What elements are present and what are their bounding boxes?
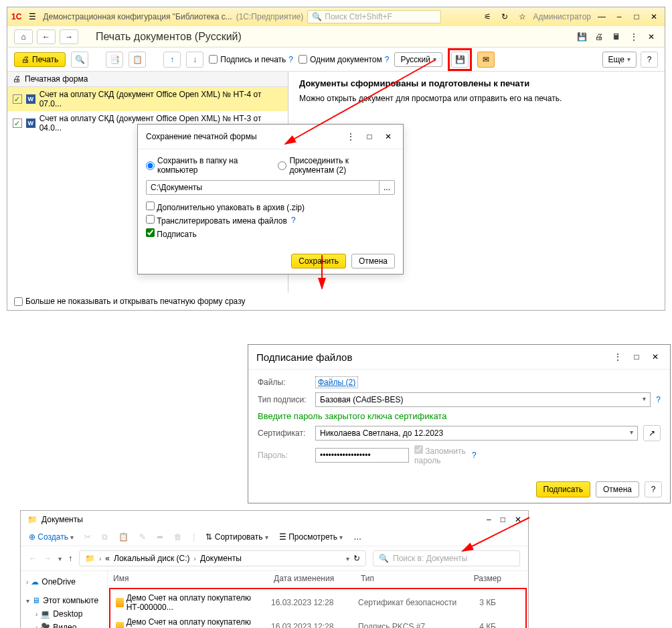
help-button[interactable]: ? [645,481,662,497]
save-dialog: Сохранение печатной формы ⋮ □ ✕ Сохранит… [137,124,404,274]
maximize-icon[interactable]: □ [630,10,643,23]
check-icon[interactable]: ✓ [13,94,22,104]
preview-button[interactable]: 🔍 [71,52,88,68]
language-dropdown[interactable]: Русский ▾ [394,52,442,67]
copy-button[interactable]: 📋 [129,52,146,68]
up-button[interactable]: ↑ [163,52,181,68]
nav-recent-icon[interactable]: ▾ [58,555,62,562]
translit-checkbox[interactable]: Транслитерировать имена файлов [146,215,287,226]
minimize-icon[interactable]: – [612,10,626,23]
password-input[interactable] [315,448,409,463]
nav-up-icon[interactable]: ↑ [68,554,72,563]
save-highlight-callout: 💾 [448,48,472,71]
file-row[interactable]: Демо Счет на оплату покупателю НТ-000000… [112,615,524,628]
back-button[interactable]: ← [37,29,56,44]
star-icon[interactable]: ☆ [515,10,529,23]
create-button[interactable]: ⊕ Создать ▾ [29,532,74,542]
cancel-button[interactable]: Отмена [596,481,639,497]
tree-thispc[interactable]: ▾ 🖥 Этот компьюте [23,594,104,607]
history-icon[interactable]: ↻ [498,10,511,23]
print-preview-icon[interactable]: 🖨 [592,30,606,44]
forward-button[interactable]: → [60,29,78,44]
file-list-highlight: Демо Счет на оплату покупателю НТ-000000… [109,588,527,628]
path-input[interactable] [146,180,380,195]
overflow-icon[interactable]: … [353,532,361,542]
down-button[interactable]: ↓ [186,52,203,68]
cert-open-button[interactable]: ↗ [643,425,661,441]
cert-label: Сертификат: [258,428,310,438]
help-icon[interactable]: ? [656,395,661,404]
paste-icon[interactable]: 📋 [118,532,129,542]
close-icon[interactable]: ✕ [515,515,521,524]
sign-print-checkbox[interactable]: Подпись и печать ? [209,55,293,64]
sign-checkbox[interactable]: Подписать [146,228,197,239]
refresh-icon[interactable]: ↻ [353,554,360,563]
tree-video[interactable]: › 🎥 Видео [23,621,104,628]
dont-show-checkbox[interactable]: Больше не показывать и открывать печатну… [14,297,246,306]
share-icon[interactable]: ➦ [157,532,163,542]
help-icon[interactable]: ? [291,216,296,225]
calc-icon[interactable]: 🖩 [610,30,623,44]
doc-row[interactable]: ✓ W Счет на оплату СКД (документ Office … [7,87,288,111]
file-row[interactable]: Демо Счет на оплату покупателю НТ-000000… [112,591,524,615]
menu-icon[interactable]: ☰ [25,10,39,23]
sort-button[interactable]: ⇅ Сортировать ▾ [205,532,268,542]
tree-onedrive[interactable]: › ☁ OneDrive [23,575,104,588]
global-search-input[interactable]: 🔍 Поиск Ctrl+Shift+F [307,10,441,23]
copies-button[interactable]: 📑 [106,52,123,68]
cert-dropdown[interactable]: Николаева Светлана, до 12.2023▾ [315,426,638,441]
explorer-nav: ← → ▾ ↑ 📁 › « Локальный диск (C:) › Доку… [21,546,528,571]
sign-button[interactable]: Подписать [536,481,590,497]
minimize-icon[interactable]: – [487,515,491,524]
kebab-icon[interactable]: ⋮ [627,30,641,44]
sig-type-label: Тип подписи: [258,395,310,404]
help-icon[interactable]: ? [472,451,477,460]
copy-icon[interactable]: ⧉ [102,532,108,542]
check-icon[interactable]: ✓ [13,119,22,128]
cut-icon[interactable]: ✂ [84,532,91,542]
delete-icon[interactable]: 🗑 [174,532,182,542]
save-confirm-button[interactable]: Сохранить [291,254,346,268]
email-button[interactable]: ✉ [477,52,495,68]
kebab-icon[interactable]: ⋮ [611,350,624,364]
files-link[interactable]: Файлы (2) [315,376,358,388]
sig-type-dropdown[interactable]: Базовая (CAdES-BES)▾ [315,392,651,407]
home-button[interactable]: ⌂ [14,29,33,44]
nav-back-icon[interactable]: ← [29,554,37,563]
folder-tree[interactable]: › ☁ OneDrive ▾ 🖥 Этот компьюте › 💻 Deskt… [21,571,108,628]
save-to-folder-radio[interactable]: Сохранить в папку на компьютер [146,156,267,175]
cancel-button[interactable]: Отмена [351,254,395,268]
help-icon[interactable]: ? [385,55,390,64]
print-button[interactable]: 🖨 Печать [14,52,66,67]
help-button[interactable]: ? [641,52,658,68]
rename-icon[interactable]: ✎ [139,532,146,542]
attach-to-docs-radio[interactable]: Присоединить к документам (2) [278,156,395,175]
close-icon[interactable]: ✕ [647,10,661,23]
zip-checkbox[interactable]: Дополнительно упаковать в архив (.zip) [146,202,305,212]
view-button[interactable]: ☰ Просмотреть ▾ [279,532,343,542]
maximize-icon[interactable]: □ [363,130,376,143]
save-button[interactable]: 💾 [451,52,469,68]
save-layout-icon[interactable]: 💾 [575,30,588,44]
tab-close-icon[interactable]: ✕ [645,30,658,44]
tree-desktop[interactable]: › 💻 Desktop [23,607,104,621]
user-menu-icon[interactable]: ― [595,10,608,23]
file-header[interactable]: Имя Дата изменения Тип Размер [108,571,528,586]
close-icon[interactable]: ✕ [649,350,662,364]
close-icon[interactable]: ✕ [382,130,395,143]
breadcrumb[interactable]: 📁 › « Локальный диск (C:) › Документы ▾ … [79,550,366,566]
kebab-icon[interactable]: ⋮ [344,130,357,143]
nav-forward-icon[interactable]: → [44,554,52,563]
maximize-icon[interactable]: □ [630,350,643,364]
status-text: Можно открыть документ для просмотра или… [299,94,654,103]
bell-icon[interactable]: ⚟ [481,10,494,23]
user-label[interactable]: Администратор [533,12,591,21]
help-icon[interactable]: ? [288,55,293,64]
app-title: Демонстрационная конфигурация "Библиотек… [43,12,232,21]
browse-button[interactable]: ... [380,180,395,195]
one-doc-checkbox[interactable]: Одним документом ? [299,55,389,64]
explorer-search-input[interactable]: 🔍 Поиск в: Документы [373,550,520,566]
maximize-icon[interactable]: □ [501,515,505,524]
more-dropdown[interactable]: Еще ▾ [602,52,637,68]
remember-checkbox[interactable]: Запомнить пароль [414,445,467,465]
